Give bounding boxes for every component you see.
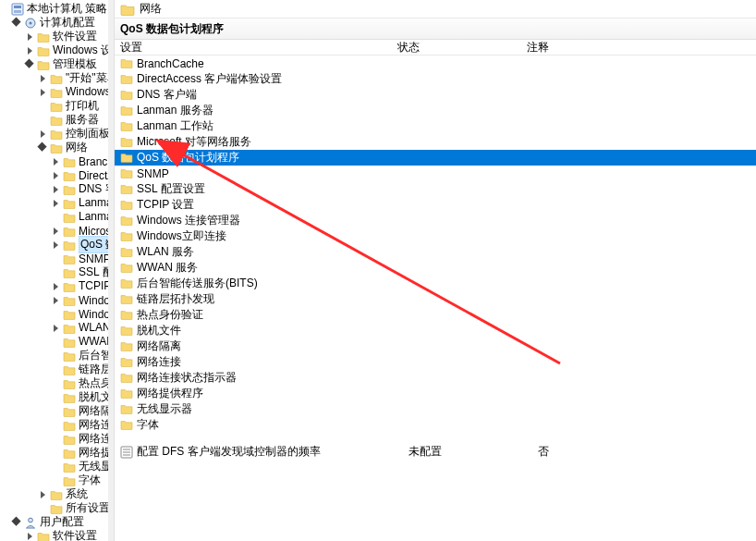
list-area[interactable]: BranchCacheDirectAccess 客户端体验设置DNS 客户端La… — [115, 55, 756, 541]
tree-item[interactable]: 系统 — [0, 487, 109, 501]
tree-item[interactable]: "开始"菜单和 — [0, 71, 109, 85]
tree-item[interactable]: 用户配置 — [0, 515, 109, 529]
list-item[interactable]: 网络连接状态指示器 — [115, 370, 756, 386]
tree-item[interactable]: 字体 — [0, 473, 109, 487]
tree-item[interactable]: 网络 — [0, 141, 109, 154]
list-item[interactable]: Lanman 服务器 — [115, 103, 756, 118]
collapse-icon[interactable] — [13, 18, 22, 28]
tree-item[interactable]: BranchCa — [0, 154, 109, 168]
expand-icon[interactable] — [52, 227, 61, 236]
tree-item[interactable]: Lanman 工 — [0, 210, 109, 224]
tree-item-label: BranchCa — [79, 155, 109, 168]
list-item[interactable]: 无线显示器 — [115, 401, 756, 417]
tree-item[interactable]: 无线显示器 — [0, 460, 109, 473]
tree-item[interactable]: Windows — [0, 293, 109, 307]
list-item-label: SSL 配置设置 — [137, 181, 408, 197]
tree-item[interactable]: 网络连接 — [0, 418, 109, 432]
expand-icon[interactable] — [52, 185, 61, 194]
folder-icon — [63, 294, 76, 307]
list-item[interactable]: 后台智能传送服务(BITS) — [115, 276, 756, 291]
tree-list[interactable]: 本地计算机 策略计算机配置软件设置Windows 设置管理模板"开始"菜单和Wi… — [0, 0, 109, 541]
folder-icon — [63, 197, 76, 210]
list-item[interactable]: 字体 — [115, 417, 756, 433]
tree-item[interactable]: 服务器 — [0, 113, 109, 127]
list-item[interactable]: 配置 DFS 客户端发现域控制器的频率未配置否 — [115, 444, 756, 460]
expand-icon[interactable] — [52, 282, 61, 291]
list-item[interactable]: 网络连接 — [115, 354, 756, 370]
list-item[interactable]: DirectAccess 客户端体验设置 — [115, 71, 756, 87]
tree-item[interactable]: 脱机文件 — [0, 390, 109, 404]
list-item[interactable]: DNS 客户端 — [115, 87, 756, 103]
expand-icon[interactable] — [52, 157, 61, 166]
tree-item[interactable]: SSL 配置设 — [0, 265, 109, 279]
list-item[interactable]: 链路层拓扑发现 — [115, 291, 756, 307]
expand-icon[interactable] — [39, 88, 48, 97]
list-item[interactable]: 网络提供程序 — [115, 386, 756, 401]
list-item[interactable]: Windows 连接管理器 — [115, 213, 756, 228]
expand-icon[interactable] — [52, 324, 61, 333]
tree-item[interactable]: WWAN 服 — [0, 335, 109, 349]
list-item[interactable]: BranchCache — [115, 55, 756, 71]
tree-item[interactable]: 网络提供机 — [0, 446, 109, 460]
tree-item[interactable]: 网络隔离 — [0, 404, 109, 418]
computer-config-icon — [24, 17, 37, 30]
expand-icon[interactable] — [26, 532, 35, 541]
tree-item[interactable]: 所有设置 — [0, 501, 109, 515]
list-item[interactable]: WLAN 服务 — [115, 244, 756, 260]
tree-item[interactable]: Windows 设置 — [0, 43, 109, 57]
expand-icon[interactable] — [39, 74, 48, 83]
expand-icon[interactable] — [52, 171, 61, 180]
list-item[interactable]: SNMP — [115, 166, 756, 181]
tree-item[interactable]: 控制面板 — [0, 127, 109, 141]
list-item[interactable]: Windows立即连接 — [115, 228, 756, 244]
collapse-icon[interactable] — [39, 143, 48, 153]
list-item[interactable]: TCPIP 设置 — [115, 197, 756, 213]
tree-item[interactable]: 计算机配置 — [0, 16, 109, 30]
list-item[interactable]: Microsoft 对等网络服务 — [115, 134, 756, 150]
tree-item[interactable]: Windows 组件 — [0, 85, 109, 99]
tree-item[interactable]: Windows — [0, 307, 109, 321]
column-state[interactable]: 状态 — [392, 40, 521, 55]
tree-item[interactable]: TCPIP 设 — [0, 279, 109, 293]
tree-item[interactable]: 热点身份验 — [0, 376, 109, 390]
collapse-icon[interactable] — [26, 60, 35, 69]
list-item[interactable]: QoS 数据包计划程序 — [115, 150, 756, 166]
list-item[interactable]: Lanman 工作站 — [115, 118, 756, 134]
column-setting[interactable]: 设置 — [115, 40, 392, 55]
list-item-label: 配置 DFS 客户端发现域控制器的频率 — [137, 444, 408, 460]
tree-item[interactable]: 软件设置 — [0, 529, 109, 541]
list-item[interactable]: 网络隔离 — [115, 338, 756, 354]
column-note[interactable]: 注释 — [521, 40, 756, 55]
list-item[interactable]: WWAN 服务 — [115, 260, 756, 276]
list-item-label: 热点身份验证 — [137, 307, 408, 323]
tree-item-label: 网络 — [66, 140, 88, 155]
expand-icon[interactable] — [52, 240, 61, 250]
tree-item[interactable]: DNS 客户 — [0, 182, 109, 196]
tree-item-label: Lanman 工 — [79, 209, 109, 225]
policy-root-icon — [11, 3, 24, 16]
expand-icon[interactable] — [39, 129, 48, 139]
expand-icon[interactable] — [52, 296, 61, 305]
tree-item[interactable]: 本地计算机 策略 — [0, 2, 109, 16]
list-item[interactable]: 热点身份验证 — [115, 307, 756, 323]
tree-item[interactable]: 网络连接机 — [0, 432, 109, 446]
tree-item[interactable]: DirectAcc — [0, 168, 109, 182]
list-item[interactable]: SSL 配置设置 — [115, 181, 756, 197]
expand-icon[interactable] — [39, 490, 48, 499]
tree-item[interactable]: 管理模板 — [0, 57, 109, 71]
list-item-label: DirectAccess 客户端体验设置 — [137, 71, 408, 87]
tree-item[interactable]: SNMP — [0, 252, 109, 265]
expand-icon[interactable] — [26, 46, 35, 55]
tree-scrollbar[interactable] — [108, 0, 114, 541]
collapse-icon[interactable] — [13, 518, 22, 527]
list-item[interactable]: 脱机文件 — [115, 323, 756, 338]
expand-icon[interactable] — [52, 199, 61, 208]
tree-item[interactable]: 打印机 — [0, 99, 109, 113]
tree-item[interactable]: Lanman 服 — [0, 196, 109, 210]
tree-item[interactable]: QoS 数据 — [0, 238, 109, 252]
tree-item[interactable]: 链路层拓扑 — [0, 363, 109, 376]
tree-item[interactable]: 软件设置 — [0, 30, 109, 43]
tree-item[interactable]: 后台智能传 — [0, 349, 109, 363]
expand-icon[interactable] — [26, 32, 35, 42]
tree-item[interactable]: WLAN 服 — [0, 321, 109, 335]
